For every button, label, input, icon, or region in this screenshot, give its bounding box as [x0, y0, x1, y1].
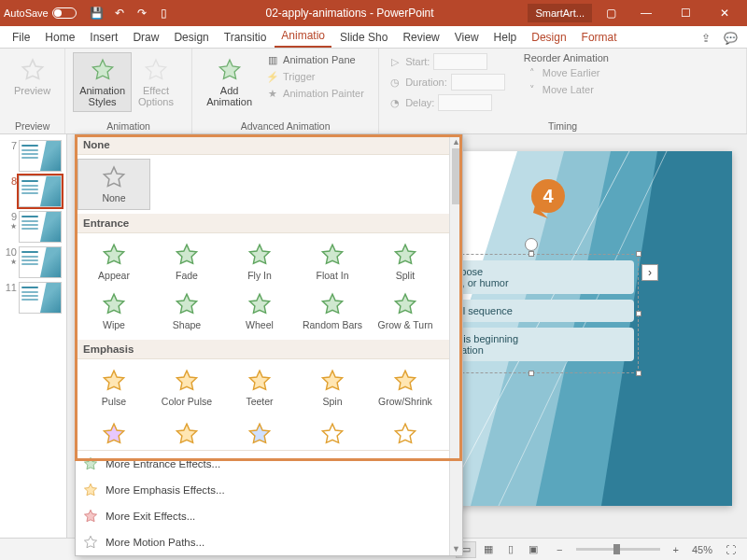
gallery-item-grow-turn[interactable]: Grow & Turn	[369, 287, 442, 336]
reading-view-button[interactable]: ▯	[500, 541, 521, 558]
gallery-item-wheel[interactable]: Wheel	[223, 287, 296, 336]
smartart-expand-button[interactable]: ›	[641, 264, 658, 281]
close-button[interactable]: ✕	[706, 0, 743, 26]
zoom-handle[interactable]	[613, 544, 620, 554]
add-animation-button[interactable]: Add Animation	[200, 52, 259, 112]
delay-row: ◔Delay:	[387, 93, 507, 112]
slide-thumbnail[interactable]: 8	[0, 174, 66, 209]
slide-thumbnail[interactable]: 10★	[0, 245, 66, 280]
gallery-item-emphasis-more-1[interactable]	[150, 416, 223, 446]
minimize-button[interactable]: ―	[627, 0, 665, 26]
gallery-scrollbar[interactable]: ▲ ▼	[449, 135, 462, 555]
gallery-item-emphasis-more-3[interactable]	[296, 416, 369, 446]
scroll-up-icon[interactable]: ▲	[450, 135, 462, 148]
animation-styles-button[interactable]: Animation Styles	[73, 52, 132, 112]
painter-icon: ★	[266, 87, 279, 100]
gallery-item-emphasis-more-4[interactable]	[369, 416, 442, 446]
tab-view[interactable]: View	[448, 27, 486, 48]
start-row: ▷Start:	[387, 52, 507, 71]
gallery-item-grow-shrink[interactable]: Grow/Shrink	[369, 363, 442, 413]
scroll-thumb[interactable]	[452, 148, 460, 204]
thumb-number: 11	[4, 282, 17, 293]
zoom-level[interactable]: 45%	[692, 544, 712, 555]
save-icon[interactable]: 💾	[90, 6, 105, 21]
tab-review[interactable]: Review	[396, 27, 445, 48]
gallery-item-emphasis-more-2[interactable]	[223, 416, 296, 446]
gallery-item-fade[interactable]: Fade	[150, 237, 223, 287]
tab-slideshow[interactable]: Slide Sho	[333, 27, 394, 48]
tab-design[interactable]: Design	[167, 27, 215, 48]
thumb-preview[interactable]	[19, 175, 62, 207]
add-animation-icon	[217, 57, 243, 83]
autosave-toggle[interactable]: AutoSave	[4, 7, 77, 19]
start-input	[433, 53, 487, 70]
effect-options-icon	[143, 57, 169, 83]
tab-animations[interactable]: Animatio	[275, 25, 331, 48]
resize-handle[interactable]	[529, 371, 534, 376]
gallery-item-none[interactable]: None	[78, 159, 150, 210]
maximize-button[interactable]: ☐	[667, 0, 704, 26]
gallery-item-shape[interactable]: Shape	[150, 287, 223, 336]
zoom-out-button[interactable]: −	[553, 542, 566, 557]
gallery-item-random-bars[interactable]: Random Bars	[296, 287, 369, 336]
animation-gallery-dropdown[interactable]: None None Entrance AppearFadeFly InFloat…	[75, 134, 463, 556]
slideshow-view-button[interactable]: ▣	[523, 541, 543, 558]
tab-smartart-design[interactable]: Design	[525, 27, 572, 48]
thumb-preview[interactable]	[19, 211, 62, 243]
more-exit-effects[interactable]: More Exit Effects...	[76, 503, 462, 529]
sorter-view-button[interactable]: ▦	[478, 541, 499, 558]
slide-thumbnail-pane[interactable]: 789★10★11	[0, 134, 67, 538]
gallery-item-spin[interactable]: Spin	[296, 363, 369, 413]
gallery-item-split[interactable]: Split	[369, 237, 442, 287]
move-later-button: ˅Move Later	[524, 82, 609, 97]
ribbon-display-options-icon[interactable]: ▢	[598, 0, 624, 26]
group-timing: ▷Start: ◷Duration: ◔Delay: Reorder Anima…	[379, 49, 747, 133]
tab-file[interactable]: File	[6, 27, 36, 48]
gallery-item-float-in[interactable]: Float In	[296, 237, 369, 287]
tab-home[interactable]: Home	[38, 27, 81, 48]
zoom-slider[interactable]	[576, 548, 660, 551]
scroll-down-icon[interactable]: ▼	[450, 542, 462, 555]
gallery-item-color-pulse[interactable]: Color Pulse	[150, 363, 223, 413]
resize-handle[interactable]	[636, 311, 641, 316]
tab-insert[interactable]: Insert	[83, 27, 124, 48]
more-emphasis-effects[interactable]: More Emphasis Effects...	[76, 477, 462, 503]
thumb-number: 7	[4, 140, 17, 151]
slide-thumbnail[interactable]: 11	[0, 280, 66, 315]
resize-handle[interactable]	[636, 371, 641, 376]
undo-icon[interactable]: ↶	[112, 6, 127, 21]
rotate-handle-icon[interactable]	[525, 238, 538, 251]
gallery-item-pulse[interactable]: Pulse	[78, 363, 150, 413]
zoom-in-button[interactable]: +	[669, 542, 683, 557]
redo-icon[interactable]: ↷	[134, 6, 149, 21]
start-from-beginning-icon[interactable]: ▯	[157, 6, 172, 21]
tab-smartart-format[interactable]: Format	[575, 27, 624, 48]
thumb-number: 10	[4, 246, 17, 258]
tab-transitions[interactable]: Transitio	[218, 27, 274, 48]
gallery-item-wipe[interactable]: Wipe	[78, 287, 150, 336]
resize-handle[interactable]	[529, 251, 534, 257]
thumb-number: 9	[4, 211, 17, 222]
gallery-item-teeter[interactable]: Teeter	[223, 363, 296, 413]
slide-thumbnail[interactable]: 7	[0, 138, 66, 174]
thumb-preview[interactable]	[19, 246, 62, 278]
resize-handle[interactable]	[636, 251, 641, 257]
comments-icon[interactable]: 💬	[719, 29, 741, 48]
animation-pane-button[interactable]: ▥Animation Pane	[264, 52, 366, 67]
gallery-item-fly-in[interactable]: Fly In	[223, 237, 296, 287]
gallery-item-emphasis-more-0[interactable]	[78, 416, 150, 446]
title-bar: AutoSave 💾 ↶ ↷ ▯ 02-apply-animations - P…	[0, 0, 747, 26]
fit-to-window-button[interactable]: ⛶	[722, 542, 740, 557]
share-icon[interactable]: ⇪	[695, 29, 717, 48]
delay-input	[438, 94, 492, 111]
thumb-preview[interactable]	[19, 282, 62, 314]
autosave-switch[interactable]	[52, 7, 77, 19]
tab-help[interactable]: Help	[487, 27, 524, 48]
tab-draw[interactable]: Draw	[126, 27, 165, 48]
thumb-preview[interactable]	[19, 140, 62, 172]
trigger-button: ⚡Trigger	[264, 69, 366, 84]
more-entrance-effects[interactable]: More Entrance Effects...	[76, 451, 462, 477]
more-motion-paths[interactable]: More Motion Paths...	[76, 529, 462, 555]
gallery-item-appear[interactable]: Appear	[78, 237, 150, 287]
slide-thumbnail[interactable]: 9★	[0, 209, 66, 245]
